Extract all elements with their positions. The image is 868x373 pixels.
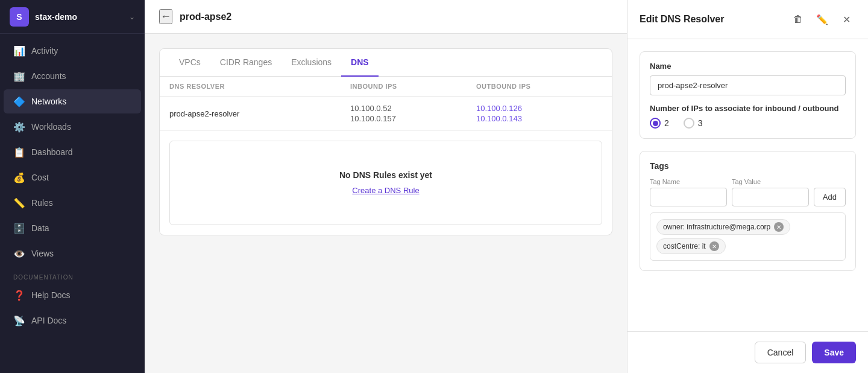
- create-dns-rule-link[interactable]: Create a DNS Rule: [352, 186, 419, 195]
- sidebar-item-networks[interactable]: 🔷 Networks: [4, 89, 141, 113]
- data-icon: 🗄️: [13, 222, 25, 234]
- dns-table: DNS RESOLVER INBOUND IPS OUTBOUND IPS pr…: [160, 77, 612, 131]
- table-row: prod-apse2-resolver 10.100.0.52 10.100.0…: [160, 97, 612, 131]
- main-card: VPCs CIDR Ranges Exclusions DNS DNS RESO…: [159, 48, 612, 235]
- tag-value-label: Tag Value: [732, 178, 809, 185]
- tag-value-field-group: Tag Value: [732, 178, 809, 206]
- networks-icon: 🔷: [13, 95, 25, 107]
- radio-2-label: 2: [664, 118, 669, 128]
- panel-header: Edit DNS Resolver 🗑 ✏️ ✕: [627, 0, 868, 39]
- back-button[interactable]: ←: [159, 9, 172, 24]
- sidebar-item-label: Dashboard: [31, 147, 73, 157]
- outbound-ip-2[interactable]: 10.100.0.143: [476, 114, 602, 123]
- activity-icon: 📊: [13, 45, 25, 57]
- radio-3-label: 3: [698, 118, 703, 128]
- sidebar-item-activity[interactable]: 📊 Activity: [4, 39, 141, 63]
- col-outbound-ips: OUTBOUND IPS: [476, 83, 602, 90]
- radio-3-indicator: [684, 118, 694, 129]
- app-logo: S: [10, 7, 29, 27]
- delete-button[interactable]: 🗑: [788, 10, 808, 29]
- tag-chip-owner: owner: infrastructure@mega.corp ✕: [656, 219, 790, 235]
- radio-option-3[interactable]: 3: [684, 118, 703, 129]
- ip-count-label: Number of IPs to associate for inbound /…: [650, 104, 846, 113]
- radio-2-indicator: [650, 118, 661, 129]
- api-docs-icon: 📡: [13, 314, 25, 327]
- empty-state: No DNS Rules exist yet Create a DNS Rule: [169, 141, 602, 225]
- edit-button[interactable]: ✏️: [813, 10, 832, 29]
- panel-title: Edit DNS Resolver: [640, 14, 788, 25]
- cancel-button[interactable]: Cancel: [755, 342, 807, 363]
- views-icon: 👁️: [13, 247, 25, 260]
- main-header: ← prod-apse2: [145, 0, 627, 34]
- table-header-row: DNS RESOLVER INBOUND IPS OUTBOUND IPS: [160, 77, 612, 97]
- cost-icon: 💰: [13, 171, 25, 183]
- tag-remove-costcentre[interactable]: ✕: [709, 241, 719, 251]
- sidebar-item-rules[interactable]: 📏 Rules: [4, 191, 141, 215]
- panel-body: Name Number of IPs to associate for inbo…: [627, 39, 868, 331]
- sidebar-item-label: Accounts: [31, 71, 66, 81]
- sidebar-item-workloads[interactable]: ⚙️ Workloads: [4, 115, 141, 139]
- tag-chip-owner-text: owner: infrastructure@mega.corp: [663, 223, 770, 231]
- sidebar-item-dashboard[interactable]: 📋 Dashboard: [4, 140, 141, 164]
- sidebar-item-label: Cost: [31, 173, 49, 182]
- accounts-icon: 🏢: [13, 70, 25, 82]
- sidebar-nav: 📊 Activity 🏢 Accounts 🔷 Networks ⚙️ Work…: [0, 34, 145, 373]
- add-tag-button[interactable]: Add: [814, 188, 846, 206]
- radio-group: 2 3: [650, 118, 846, 129]
- tag-name-field-group: Tag Name: [650, 178, 727, 206]
- tag-fields: Tag Name Tag Value Add: [650, 178, 846, 206]
- col-dns-resolver: DNS RESOLVER: [169, 83, 350, 90]
- inbound-ip-2: 10.100.0.157: [350, 114, 476, 123]
- tag-name-label: Tag Name: [650, 178, 727, 185]
- panel-footer: Cancel Save: [627, 331, 868, 373]
- right-panel: Edit DNS Resolver 🗑 ✏️ ✕ Name Number of …: [627, 0, 868, 373]
- save-button[interactable]: Save: [812, 342, 856, 363]
- tab-dns[interactable]: DNS: [341, 49, 379, 77]
- sidebar-item-label: Help Docs: [31, 290, 71, 300]
- tags-header: Tags: [650, 161, 846, 171]
- tab-bar: VPCs CIDR Ranges Exclusions DNS: [160, 49, 612, 77]
- tab-exclusions[interactable]: Exclusions: [281, 49, 341, 77]
- sidebar-item-help-docs[interactable]: ❓ Help Docs: [4, 283, 141, 307]
- sidebar-item-accounts[interactable]: 🏢 Accounts: [4, 64, 141, 88]
- tab-vpcs[interactable]: VPCs: [169, 49, 210, 77]
- sidebar-item-label: Activity: [31, 46, 58, 56]
- help-docs-icon: ❓: [13, 289, 25, 301]
- sidebar: S stax-demo ⌄ 📊 Activity 🏢 Accounts 🔷 Ne…: [0, 0, 145, 373]
- inbound-ips-cell: 10.100.0.52 10.100.0.157: [350, 104, 476, 123]
- outbound-ips-cell: 10.100.0.126 10.100.0.143: [476, 104, 602, 123]
- tag-chip-costcentre: costCentre: it ✕: [656, 238, 726, 254]
- tag-chip-costcentre-text: costCentre: it: [663, 242, 706, 250]
- sidebar-item-label: Data: [31, 223, 49, 233]
- sidebar-item-label: Rules: [31, 198, 53, 208]
- resolver-name: prod-apse2-resolver: [169, 109, 350, 118]
- radio-2-dot: [653, 121, 658, 126]
- sidebar-item-label: API Docs: [31, 316, 66, 325]
- tag-value-input[interactable]: [732, 188, 809, 206]
- sidebar-item-data[interactable]: 🗄️ Data: [4, 216, 141, 240]
- outbound-ip-1[interactable]: 10.100.0.126: [476, 104, 602, 113]
- sidebar-item-api-docs[interactable]: 📡 API Docs: [4, 308, 141, 333]
- sidebar-item-label: Workloads: [31, 122, 71, 132]
- tag-remove-owner[interactable]: ✕: [774, 222, 784, 232]
- name-section: Name Number of IPs to associate for inbo…: [640, 51, 856, 139]
- name-input[interactable]: [650, 75, 846, 95]
- documentation-section-label: DOCUMENTATION: [0, 267, 145, 283]
- sidebar-item-label: Networks: [31, 97, 66, 106]
- radio-option-2[interactable]: 2: [650, 118, 669, 129]
- rules-icon: 📏: [13, 197, 25, 209]
- main-body: VPCs CIDR Ranges Exclusions DNS DNS RESO…: [145, 34, 627, 373]
- sidebar-item-views[interactable]: 👁️ Views: [4, 241, 141, 266]
- dashboard-icon: 📋: [13, 146, 25, 158]
- tags-list: owner: infrastructure@mega.corp ✕ costCe…: [650, 212, 846, 261]
- main-content: ← prod-apse2 VPCs CIDR Ranges Exclusions…: [145, 0, 627, 373]
- sidebar-header: S stax-demo ⌄: [0, 0, 145, 34]
- panel-actions: 🗑 ✏️ ✕: [788, 10, 856, 29]
- app-name: stax-demo: [35, 12, 129, 22]
- close-button[interactable]: ✕: [837, 10, 856, 29]
- tab-cidr-ranges[interactable]: CIDR Ranges: [210, 49, 281, 77]
- empty-state-title: No DNS Rules exist yet: [199, 170, 573, 180]
- tag-name-input[interactable]: [650, 188, 727, 206]
- sidebar-item-cost[interactable]: 💰 Cost: [4, 165, 141, 190]
- workloads-icon: ⚙️: [13, 121, 25, 133]
